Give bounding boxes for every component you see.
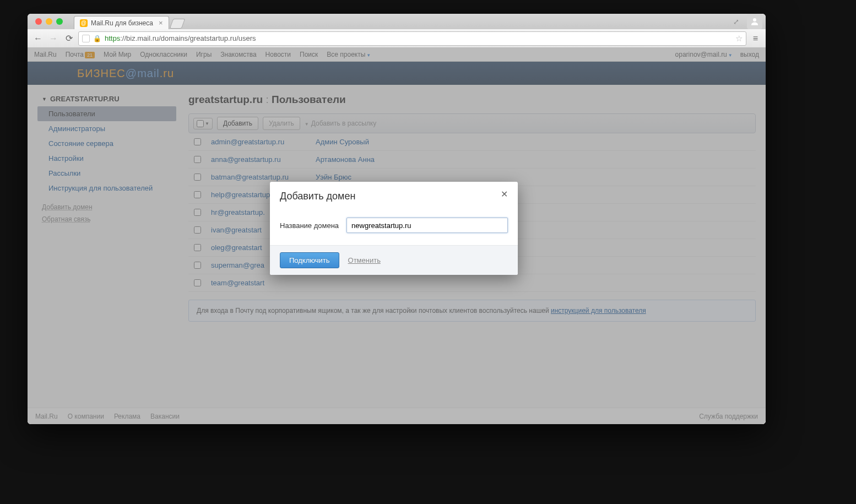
window-controls — [32, 14, 74, 29]
window-zoom-button[interactable] — [56, 18, 63, 25]
browser-window: @ Mail.Ru для бизнеса × ⤢ ← → ⟳ 🔒 https:… — [28, 14, 766, 424]
new-tab-button[interactable] — [169, 19, 185, 29]
profile-avatar[interactable] — [747, 14, 762, 29]
svg-point-0 — [753, 18, 756, 21]
reload-button[interactable]: ⟳ — [63, 32, 75, 45]
tab-title: Mail.Ru для бизнеса — [91, 19, 153, 27]
url-path: ://biz.mail.ru/domains/greatstartup.ru/u… — [120, 34, 256, 42]
browser-tab-strip: @ Mail.Ru для бизнеса × ⤢ — [28, 14, 766, 29]
url-scheme: https — [105, 34, 120, 42]
forward-button[interactable]: → — [47, 32, 59, 45]
favicon-icon: @ — [80, 19, 88, 27]
modal-body: Название домена — [270, 208, 518, 245]
window-close-button[interactable] — [35, 18, 42, 25]
connect-button[interactable]: Подключить — [280, 252, 339, 268]
modal-title: Добавить домен — [280, 191, 355, 202]
domain-name-input[interactable] — [346, 218, 508, 233]
site-info-icon[interactable] — [82, 35, 90, 42]
add-domain-modal: Добавить домен ✕ Название домена Подключ… — [270, 182, 518, 275]
address-bar[interactable]: 🔒 https://biz.mail.ru/domains/greatstart… — [78, 31, 746, 46]
window-minimize-button[interactable] — [46, 18, 52, 25]
bookmark-icon[interactable]: ☆ — [735, 34, 743, 44]
modal-header: Добавить домен ✕ — [270, 182, 518, 208]
browser-tab[interactable]: @ Mail.Ru для бизнеса × — [74, 16, 169, 29]
browser-toolbar: ← → ⟳ 🔒 https://biz.mail.ru/domains/grea… — [28, 29, 766, 48]
lock-icon: 🔒 — [93, 35, 101, 42]
modal-footer: Подключить Отменить — [270, 245, 518, 275]
browser-menu-button[interactable]: ≡ — [750, 34, 761, 44]
fullscreen-icon[interactable]: ⤢ — [733, 18, 739, 26]
tab-close-icon[interactable]: × — [159, 19, 163, 27]
domain-name-label: Название домена — [280, 221, 339, 230]
close-icon[interactable]: ✕ — [501, 190, 508, 199]
cancel-link[interactable]: Отменить — [348, 256, 381, 264]
back-button[interactable]: ← — [32, 32, 44, 45]
